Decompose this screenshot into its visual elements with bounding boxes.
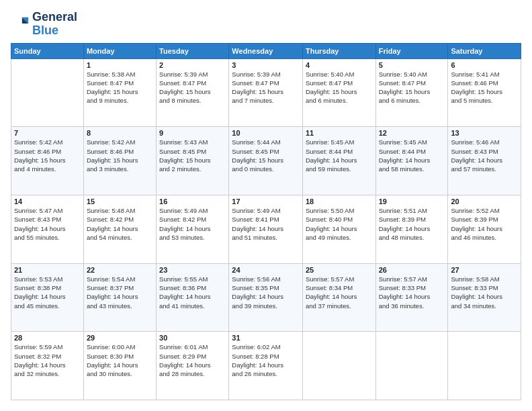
logo: General Blue bbox=[11, 11, 77, 38]
day-number: 18 bbox=[306, 197, 373, 205]
calendar-cell: 28Sunrise: 5:59 AMSunset: 8:32 PMDayligh… bbox=[11, 332, 84, 400]
calendar-cell bbox=[11, 58, 84, 127]
day-info: Sunrise: 5:46 AMSunset: 8:43 PMDaylight:… bbox=[451, 138, 518, 173]
calendar-cell: 1Sunrise: 5:38 AMSunset: 8:47 PMDaylight… bbox=[83, 58, 156, 127]
day-info: Sunrise: 5:57 AMSunset: 8:34 PMDaylight:… bbox=[306, 275, 373, 310]
day-number: 8 bbox=[87, 129, 153, 137]
page-container: General Blue SundayMondayTuesdayWednesda… bbox=[0, 0, 532, 411]
day-number: 23 bbox=[159, 266, 226, 274]
day-number: 6 bbox=[451, 61, 518, 69]
calendar-cell: 14Sunrise: 5:47 AMSunset: 8:43 PMDayligh… bbox=[11, 195, 84, 263]
day-info: Sunrise: 5:47 AMSunset: 8:43 PMDaylight:… bbox=[14, 206, 81, 242]
calendar-header-row: SundayMondayTuesdayWednesdayThursdayFrid… bbox=[11, 43, 521, 58]
day-info: Sunrise: 5:45 AMSunset: 8:44 PMDaylight:… bbox=[379, 138, 445, 173]
day-info: Sunrise: 6:00 AMSunset: 8:30 PMDaylight:… bbox=[87, 342, 153, 378]
day-number: 16 bbox=[159, 197, 226, 205]
day-info: Sunrise: 5:44 AMSunset: 8:45 PMDaylight:… bbox=[232, 138, 300, 173]
day-info: Sunrise: 5:55 AMSunset: 8:36 PMDaylight:… bbox=[159, 275, 226, 310]
calendar-cell: 22Sunrise: 5:54 AMSunset: 8:37 PMDayligh… bbox=[83, 263, 156, 332]
day-number: 26 bbox=[379, 266, 445, 274]
calendar-cell bbox=[375, 332, 448, 400]
day-number: 3 bbox=[232, 61, 300, 69]
calendar-header-saturday: Saturday bbox=[448, 43, 521, 58]
calendar-cell: 29Sunrise: 6:00 AMSunset: 8:30 PMDayligh… bbox=[83, 332, 156, 400]
day-info: Sunrise: 5:41 AMSunset: 8:46 PMDaylight:… bbox=[451, 70, 518, 105]
day-info: Sunrise: 5:51 AMSunset: 8:39 PMDaylight:… bbox=[379, 206, 445, 242]
calendar-cell: 18Sunrise: 5:50 AMSunset: 8:40 PMDayligh… bbox=[302, 195, 375, 263]
calendar-cell: 3Sunrise: 5:39 AMSunset: 8:47 PMDaylight… bbox=[229, 58, 303, 127]
calendar-table: SundayMondayTuesdayWednesdayThursdayFrid… bbox=[11, 43, 521, 400]
calendar-cell: 24Sunrise: 5:56 AMSunset: 8:35 PMDayligh… bbox=[229, 263, 303, 332]
calendar-cell: 9Sunrise: 5:43 AMSunset: 8:45 PMDaylight… bbox=[157, 127, 229, 195]
calendar-cell: 12Sunrise: 5:45 AMSunset: 8:44 PMDayligh… bbox=[375, 127, 448, 195]
day-info: Sunrise: 5:49 AMSunset: 8:41 PMDaylight:… bbox=[232, 206, 300, 242]
logo-blue: Blue bbox=[32, 24, 58, 37]
day-number: 28 bbox=[14, 334, 81, 342]
logo-icon bbox=[11, 15, 30, 34]
day-number: 15 bbox=[87, 197, 153, 205]
calendar-cell: 4Sunrise: 5:40 AMSunset: 8:47 PMDaylight… bbox=[302, 58, 375, 127]
header: General Blue bbox=[11, 11, 521, 38]
calendar-week-2: 7Sunrise: 5:42 AMSunset: 8:46 PMDaylight… bbox=[11, 127, 521, 195]
day-info: Sunrise: 6:02 AMSunset: 8:28 PMDaylight:… bbox=[232, 342, 300, 378]
calendar-header-monday: Monday bbox=[83, 43, 156, 58]
calendar-cell: 8Sunrise: 5:42 AMSunset: 8:46 PMDaylight… bbox=[83, 127, 156, 195]
day-number: 9 bbox=[159, 129, 226, 137]
calendar-cell: 7Sunrise: 5:42 AMSunset: 8:46 PMDaylight… bbox=[11, 127, 84, 195]
day-number: 20 bbox=[451, 197, 518, 205]
day-info: Sunrise: 5:57 AMSunset: 8:33 PMDaylight:… bbox=[379, 275, 445, 310]
day-number: 29 bbox=[87, 334, 153, 342]
day-info: Sunrise: 5:40 AMSunset: 8:47 PMDaylight:… bbox=[379, 70, 445, 105]
calendar-cell: 5Sunrise: 5:40 AMSunset: 8:47 PMDaylight… bbox=[375, 58, 448, 127]
day-info: Sunrise: 5:45 AMSunset: 8:44 PMDaylight:… bbox=[306, 138, 373, 173]
calendar-cell: 20Sunrise: 5:52 AMSunset: 8:39 PMDayligh… bbox=[448, 195, 521, 263]
calendar-week-4: 21Sunrise: 5:53 AMSunset: 8:38 PMDayligh… bbox=[11, 263, 521, 332]
day-number: 11 bbox=[306, 129, 373, 137]
day-info: Sunrise: 5:52 AMSunset: 8:39 PMDaylight:… bbox=[451, 206, 518, 242]
calendar-week-5: 28Sunrise: 5:59 AMSunset: 8:32 PMDayligh… bbox=[11, 332, 521, 400]
calendar-cell: 15Sunrise: 5:48 AMSunset: 8:42 PMDayligh… bbox=[83, 195, 156, 263]
day-info: Sunrise: 5:49 AMSunset: 8:42 PMDaylight:… bbox=[159, 206, 226, 242]
calendar-header-thursday: Thursday bbox=[302, 43, 375, 58]
calendar-cell: 27Sunrise: 5:58 AMSunset: 8:33 PMDayligh… bbox=[448, 263, 521, 332]
day-number: 27 bbox=[451, 266, 518, 274]
logo-general: General bbox=[32, 10, 77, 24]
day-number: 4 bbox=[306, 61, 373, 69]
calendar-cell: 10Sunrise: 5:44 AMSunset: 8:45 PMDayligh… bbox=[229, 127, 303, 195]
calendar-week-1: 1Sunrise: 5:38 AMSunset: 8:47 PMDaylight… bbox=[11, 58, 521, 127]
day-number: 14 bbox=[14, 197, 81, 205]
day-info: Sunrise: 6:01 AMSunset: 8:29 PMDaylight:… bbox=[159, 342, 226, 378]
calendar-cell: 25Sunrise: 5:57 AMSunset: 8:34 PMDayligh… bbox=[302, 263, 375, 332]
calendar-cell: 2Sunrise: 5:39 AMSunset: 8:47 PMDaylight… bbox=[157, 58, 229, 127]
calendar-cell bbox=[302, 332, 375, 400]
day-info: Sunrise: 5:48 AMSunset: 8:42 PMDaylight:… bbox=[87, 206, 153, 242]
day-info: Sunrise: 5:59 AMSunset: 8:32 PMDaylight:… bbox=[14, 342, 81, 378]
day-number: 13 bbox=[451, 129, 518, 137]
day-number: 25 bbox=[306, 266, 373, 274]
day-info: Sunrise: 5:54 AMSunset: 8:37 PMDaylight:… bbox=[87, 275, 153, 310]
day-number: 22 bbox=[87, 266, 153, 274]
day-number: 17 bbox=[232, 197, 300, 205]
day-info: Sunrise: 5:50 AMSunset: 8:40 PMDaylight:… bbox=[306, 206, 373, 242]
day-number: 5 bbox=[379, 61, 445, 69]
calendar-cell bbox=[448, 332, 521, 400]
calendar-header-sunday: Sunday bbox=[11, 43, 84, 58]
day-info: Sunrise: 5:56 AMSunset: 8:35 PMDaylight:… bbox=[232, 275, 300, 310]
day-number: 12 bbox=[379, 129, 445, 137]
day-number: 24 bbox=[232, 266, 300, 274]
day-number: 31 bbox=[232, 334, 300, 342]
calendar-cell: 11Sunrise: 5:45 AMSunset: 8:44 PMDayligh… bbox=[302, 127, 375, 195]
calendar-cell: 31Sunrise: 6:02 AMSunset: 8:28 PMDayligh… bbox=[229, 332, 303, 400]
day-info: Sunrise: 5:42 AMSunset: 8:46 PMDaylight:… bbox=[14, 138, 81, 173]
calendar-cell: 17Sunrise: 5:49 AMSunset: 8:41 PMDayligh… bbox=[229, 195, 303, 263]
calendar-cell: 23Sunrise: 5:55 AMSunset: 8:36 PMDayligh… bbox=[157, 263, 229, 332]
calendar-cell: 13Sunrise: 5:46 AMSunset: 8:43 PMDayligh… bbox=[448, 127, 521, 195]
day-number: 1 bbox=[87, 61, 153, 69]
calendar-cell: 19Sunrise: 5:51 AMSunset: 8:39 PMDayligh… bbox=[375, 195, 448, 263]
calendar-cell: 16Sunrise: 5:49 AMSunset: 8:42 PMDayligh… bbox=[157, 195, 229, 263]
calendar-header-tuesday: Tuesday bbox=[157, 43, 229, 58]
calendar-week-3: 14Sunrise: 5:47 AMSunset: 8:43 PMDayligh… bbox=[11, 195, 521, 263]
day-info: Sunrise: 5:40 AMSunset: 8:47 PMDaylight:… bbox=[306, 70, 373, 105]
calendar-cell: 30Sunrise: 6:01 AMSunset: 8:29 PMDayligh… bbox=[157, 332, 229, 400]
day-info: Sunrise: 5:39 AMSunset: 8:47 PMDaylight:… bbox=[232, 70, 300, 105]
